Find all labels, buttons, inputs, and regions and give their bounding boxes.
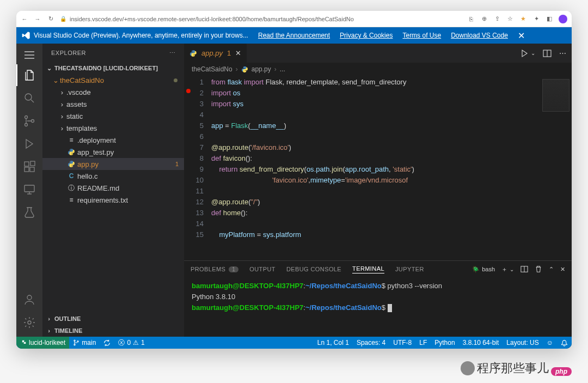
panel-tab-jupyter[interactable]: JUPYTER xyxy=(395,266,424,272)
svg-rect-5 xyxy=(24,167,29,172)
workspace-section[interactable]: ⌄ THECATSAIDNO [LUCID-LORIKEET] xyxy=(42,62,184,74)
terminal-body[interactable]: bamurtaugh@DESKTOP-4I37HP7:~/Repos/theCa… xyxy=(184,277,572,337)
interpreter[interactable]: 3.8.10 64-bit xyxy=(459,337,503,349)
statusbar: lucid-lorikeet main ⓧ0 ⚠1 Ln 1, Col 1 Sp… xyxy=(16,337,572,349)
browser-chrome: ← → ↻ 🔒 insiders.vscode.dev/+ms-vscode.r… xyxy=(16,11,572,27)
search-icon[interactable]: ⊕ xyxy=(480,15,488,22)
svg-rect-8 xyxy=(24,185,34,192)
profile-avatar[interactable] xyxy=(559,15,567,23)
file-item[interactable]: ≡.deployment xyxy=(42,134,184,146)
encoding[interactable]: UTF-8 xyxy=(389,337,415,349)
svg-rect-6 xyxy=(30,167,34,172)
tab-close-icon[interactable]: ✕ xyxy=(235,49,241,57)
panel-actions: 🪲bash ＋ ⌄ ⌃ ✕ xyxy=(472,265,565,273)
new-terminal-icon[interactable]: ＋ xyxy=(501,265,507,273)
indentation[interactable]: Spaces: 4 xyxy=(353,337,389,349)
svg-point-1 xyxy=(25,116,28,119)
remote-icon xyxy=(20,339,27,346)
stop-icon[interactable]: ◧ xyxy=(546,15,553,22)
folder-item[interactable]: ›assets xyxy=(42,98,184,110)
menu-icon[interactable] xyxy=(16,46,42,64)
announcement-banner: Visual Studio Code (Preview). Anywhere, … xyxy=(16,27,572,44)
banner-title: Visual Studio Code (Preview). Anywhere, … xyxy=(22,31,248,40)
banner-link-download[interactable]: Download VS Code xyxy=(451,32,508,39)
kill-terminal-icon[interactable] xyxy=(535,265,542,273)
run-debug-icon[interactable] xyxy=(16,133,42,155)
search-activity-icon[interactable] xyxy=(16,87,42,109)
cursor-position[interactable]: Ln 1, Col 1 xyxy=(314,337,353,349)
notifications-icon[interactable] xyxy=(557,337,572,349)
source-control-icon[interactable] xyxy=(16,110,42,132)
timeline-section[interactable]: ›TIMELINE xyxy=(42,325,184,337)
php-badge: php xyxy=(551,367,572,376)
outline-section[interactable]: ›OUTLINE xyxy=(42,313,184,325)
problems-status[interactable]: ⓧ0 ⚠1 xyxy=(114,337,148,349)
back-icon[interactable]: ← xyxy=(21,16,28,22)
vscode-app: Visual Studio Code (Preview). Anywhere, … xyxy=(16,27,572,349)
panel-tab-debug[interactable]: DEBUG CONSOLE xyxy=(286,266,341,272)
accounts-icon[interactable] xyxy=(16,289,42,311)
warning-icon: ⚠ xyxy=(133,339,139,346)
python-file-icon xyxy=(66,160,76,168)
chevron-right-icon: › xyxy=(59,88,65,96)
sync-icon xyxy=(103,339,111,346)
eol[interactable]: LF xyxy=(415,337,431,349)
minimap[interactable] xyxy=(539,76,572,260)
banner-link-terms[interactable]: Terms of Use xyxy=(402,32,441,39)
breadcrumbs[interactable]: theCatSaidNo › app.py › ... xyxy=(184,63,572,76)
minimap-viewport[interactable] xyxy=(542,79,569,112)
file-item[interactable]: ≡requirements.txt xyxy=(42,194,184,206)
breakpoint-icon[interactable] xyxy=(186,89,191,93)
folder-root[interactable]: ⌄ theCatSaidNo xyxy=(42,74,184,86)
tab-app-py[interactable]: app.py 1 ✕ xyxy=(184,44,247,63)
favorites-icon[interactable]: ★ xyxy=(519,15,527,22)
language-mode[interactable]: Python xyxy=(431,337,458,349)
feedback-icon[interactable]: ☺ xyxy=(543,337,557,349)
run-chevron-icon[interactable]: ⌄ xyxy=(531,50,535,56)
split-terminal-icon[interactable] xyxy=(520,265,528,273)
panel-tab-problems[interactable]: PROBLEMS1 xyxy=(191,266,238,272)
explorer-icon[interactable] xyxy=(16,64,42,86)
folder-item[interactable]: ›templates xyxy=(42,122,184,134)
split-editor-icon[interactable] xyxy=(543,49,552,58)
folder-item[interactable]: ›static xyxy=(42,110,184,122)
remote-indicator[interactable]: lucid-lorikeet xyxy=(16,337,69,349)
install-icon[interactable]: ⎘ xyxy=(467,16,475,22)
sidebar-more-icon[interactable]: ⋯ xyxy=(169,50,176,57)
panel-tab-output[interactable]: OUTPUT xyxy=(249,266,275,272)
run-icon[interactable] xyxy=(520,49,529,58)
banner-link-announcement[interactable]: Read the Announcement xyxy=(258,32,330,39)
info-file-icon: ⓘ xyxy=(66,184,76,193)
share-icon[interactable]: ⇪ xyxy=(493,15,501,22)
file-item[interactable]: Chello.c xyxy=(42,170,184,182)
python-file-icon xyxy=(241,66,248,73)
remote-explorer-icon[interactable] xyxy=(16,179,42,200)
banner-close-icon[interactable]: ✕ xyxy=(518,31,525,41)
panel-tab-terminal[interactable]: TERMINAL xyxy=(352,265,384,273)
maximize-panel-icon[interactable]: ⌃ xyxy=(549,266,554,273)
code-body[interactable]: from flask import Flask, render_template… xyxy=(211,76,539,260)
banner-link-privacy[interactable]: Privacy & Cookies xyxy=(340,32,393,39)
file-item[interactable]: ⓘREADME.md xyxy=(42,182,184,194)
code-area[interactable]: 123456789101112131415 from flask import … xyxy=(184,76,572,260)
settings-gear-icon[interactable] xyxy=(16,312,42,333)
file-item[interactable]: app_test.py xyxy=(42,146,184,158)
shell-selector[interactable]: 🪲bash xyxy=(472,266,495,273)
bookmark-icon[interactable]: ☆ xyxy=(506,15,514,22)
file-item-active[interactable]: app.py1 xyxy=(42,158,184,170)
extensions-activity-icon[interactable] xyxy=(16,156,42,178)
reload-icon[interactable]: ↻ xyxy=(47,15,54,22)
tabs-row: app.py 1 ✕ ⌄ ⋯ xyxy=(184,44,572,63)
terminal-chevron-icon[interactable]: ⌄ xyxy=(510,266,514,272)
testing-icon[interactable] xyxy=(16,202,42,223)
url-bar[interactable]: 🔒 insiders.vscode.dev/+ms-vscode.remote-… xyxy=(60,16,462,22)
folder-item[interactable]: ›.vscode xyxy=(42,86,184,98)
forward-icon[interactable]: → xyxy=(34,16,41,22)
close-panel-icon[interactable]: ✕ xyxy=(560,266,565,273)
keyboard-layout[interactable]: Layout: US xyxy=(503,337,542,349)
editor-more-icon[interactable]: ⋯ xyxy=(559,49,566,57)
git-badge: 1 xyxy=(175,161,179,167)
extensions-icon[interactable]: ✦ xyxy=(532,15,540,22)
sync-button[interactable] xyxy=(100,337,114,349)
git-branch[interactable]: main xyxy=(69,337,100,349)
